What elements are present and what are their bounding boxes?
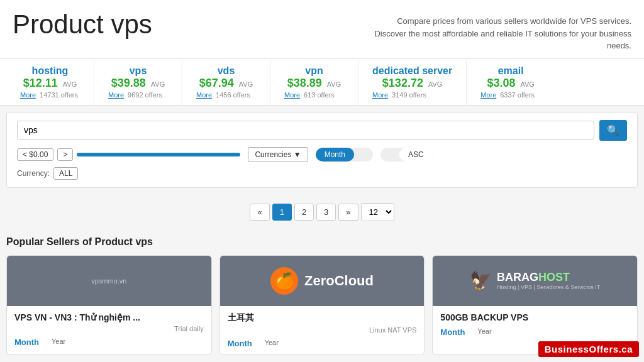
category-more[interactable]: More bbox=[480, 91, 496, 99]
category-item-email[interactable]: email $3.08 AVG More 6337 offers bbox=[467, 59, 555, 105]
price-min-tag: < $0.00 bbox=[17, 148, 53, 161]
next-page-button[interactable]: » bbox=[338, 204, 358, 221]
seller-card-zerocloud[interactable]: 🍊 ZeroCloud 土耳其 Linux NAT VPS Month Year bbox=[219, 255, 425, 355]
category-item-vps[interactable]: vps $39.88 AVG More 9692 offers bbox=[94, 59, 182, 105]
price-max-tag: > bbox=[57, 148, 73, 161]
per-page-dropdown[interactable]: 12 24 48 bbox=[361, 203, 394, 221]
page-3-button[interactable]: 3 bbox=[316, 204, 336, 221]
popular-section-title: Popular Sellers of Product vps bbox=[6, 236, 638, 248]
category-price: $3.08 bbox=[487, 77, 515, 90]
category-name: vps bbox=[108, 65, 168, 77]
watermark: BusinessOffers.ca bbox=[538, 341, 639, 357]
category-name: vpn bbox=[284, 65, 344, 77]
category-offers: 1456 offers bbox=[216, 91, 250, 99]
currency-label: Currency: bbox=[17, 169, 50, 178]
page-1-button[interactable]: 1 bbox=[272, 204, 292, 221]
year-label-zerocloud: Year bbox=[265, 339, 279, 346]
header-description: Compare prices from various sellers worl… bbox=[367, 10, 631, 52]
seller-name-vpsmmo: VPS VN - VN3 : Thử nghiệm ... bbox=[14, 312, 204, 322]
vpsmmo-logo-text: vpsmmo.vn bbox=[91, 277, 126, 285]
period-toggle-group[interactable]: Month bbox=[316, 148, 373, 162]
page-header: Product vps Compare prices from various … bbox=[0, 0, 644, 59]
sellers-grid: vpsmmo.vn VPS VN - VN3 : Thử nghiệm ... … bbox=[6, 255, 638, 355]
zerocloud-name: ZeroCloud bbox=[304, 273, 374, 289]
baraghost-name: BARAGHOST bbox=[497, 271, 570, 283]
seller-logo-zerocloud: 🍊 ZeroCloud bbox=[220, 256, 425, 306]
search-button[interactable]: 🔍 bbox=[599, 120, 627, 141]
baraghost-tagline: Hosting | VPS | Servidores & Servicios I… bbox=[497, 284, 600, 290]
search-input[interactable] bbox=[17, 121, 594, 140]
year-label-vpsmmo: Year bbox=[52, 337, 65, 345]
month-label-zerocloud: Month bbox=[228, 339, 252, 348]
category-offers: 14731 offers bbox=[40, 91, 78, 99]
category-more[interactable]: More bbox=[284, 91, 300, 99]
range-slider[interactable] bbox=[77, 150, 240, 159]
category-price: $67.94 bbox=[199, 77, 234, 90]
year-label-baraghost: Year bbox=[477, 327, 491, 335]
category-item-hosting[interactable]: hosting $12.11 AVG More 14731 offers bbox=[6, 59, 94, 105]
category-offers: 3149 offers bbox=[392, 91, 426, 99]
category-item-vds[interactable]: vds $67.94 AVG More 1456 offers bbox=[182, 59, 270, 105]
category-more[interactable]: More bbox=[372, 91, 388, 99]
pricing-year-zerocloud: Year bbox=[265, 339, 279, 348]
category-avg: AVG bbox=[327, 80, 341, 88]
seller-card-vpsmmo[interactable]: vpsmmo.vn VPS VN - VN3 : Thử nghiệm ... … bbox=[6, 255, 212, 355]
category-more[interactable]: More bbox=[20, 91, 36, 99]
category-price: $132.72 bbox=[382, 77, 423, 90]
category-name: hosting bbox=[20, 65, 80, 77]
pricing-month-zerocloud: Month bbox=[228, 339, 252, 348]
category-name: dedicated server bbox=[372, 65, 452, 77]
category-avg: AVG bbox=[63, 80, 77, 88]
currencies-button[interactable]: Currencies ▼ bbox=[248, 147, 308, 162]
prev-page-button[interactable]: « bbox=[250, 204, 269, 221]
baraghost-logo: 🦅 BARAGHOST Hosting | VPS | Servidores &… bbox=[470, 270, 600, 291]
asc-toggle-group[interactable]: ASC bbox=[380, 148, 433, 162]
zerocloud-logo: 🍊 ZeroCloud bbox=[270, 267, 374, 295]
pricing-year-baraghost: Year bbox=[477, 327, 491, 337]
category-price: $12.11 bbox=[23, 77, 58, 90]
seller-info-baraghost: 500GB BACKUP VPS Month Year bbox=[433, 306, 637, 343]
pricing-month-baraghost: Month bbox=[440, 327, 465, 337]
seller-logo-baraghost: 🦅 BARAGHOST Hosting | VPS | Servidores &… bbox=[433, 256, 637, 306]
seller-pricing-baraghost: Month Year bbox=[440, 327, 630, 337]
page-2-button[interactable]: 2 bbox=[294, 204, 314, 221]
seller-pricing-zerocloud: Month Year bbox=[228, 339, 417, 348]
pricing-month-vpsmmo: Month bbox=[14, 337, 39, 347]
seller-pricing-vpsmmo: Month Year bbox=[14, 337, 204, 347]
seller-logo-vpsmmo: vpsmmo.vn bbox=[7, 256, 211, 306]
search-row: 🔍 bbox=[17, 120, 627, 141]
currency-value: ALL bbox=[53, 167, 78, 180]
category-more[interactable]: More bbox=[196, 91, 212, 99]
seller-subtitle-vpsmmo: Trial daily bbox=[14, 325, 204, 332]
seller-name-baraghost: 500GB BACKUP VPS bbox=[440, 312, 630, 322]
month-label-baraghost: Month bbox=[440, 327, 465, 337]
category-item-vpn[interactable]: vpn $38.89 AVG More 613 offers bbox=[270, 59, 358, 105]
filter-row: < $0.00 > Currencies ▼ Month ASC bbox=[17, 147, 627, 162]
category-offers: 9692 offers bbox=[128, 91, 162, 99]
category-more[interactable]: More bbox=[108, 91, 124, 99]
seller-info-zerocloud: 土耳其 Linux NAT VPS Month Year bbox=[220, 306, 425, 354]
seller-card-baraghost[interactable]: 🦅 BARAGHOST Hosting | VPS | Servidores &… bbox=[432, 255, 638, 355]
category-avg: AVG bbox=[239, 80, 253, 88]
price-range: < $0.00 > bbox=[17, 148, 240, 161]
seller-subtitle-zerocloud: Linux NAT VPS bbox=[228, 326, 417, 334]
category-price: $39.88 bbox=[111, 77, 146, 90]
range-track bbox=[77, 153, 240, 156]
page-title: Product vps bbox=[13, 10, 152, 39]
seller-info-vpsmmo: VPS VN - VN3 : Thử nghiệm ... Trial dail… bbox=[7, 306, 211, 353]
category-item-dedicated-server[interactable]: dedicated server $132.72 AVG More 3149 o… bbox=[358, 59, 467, 105]
category-avg: AVG bbox=[151, 80, 165, 88]
category-price: $38.89 bbox=[287, 77, 322, 90]
month-toggle[interactable]: Month bbox=[316, 148, 354, 162]
category-offers: 613 offers bbox=[304, 91, 335, 99]
category-offers: 6337 offers bbox=[500, 91, 535, 99]
search-area: 🔍 < $0.00 > Currencies ▼ Month ASC Curre… bbox=[6, 112, 638, 188]
seller-name-zerocloud: 土耳其 bbox=[228, 312, 417, 324]
category-avg: AVG bbox=[521, 80, 535, 88]
pricing-year-vpsmmo: Year bbox=[52, 337, 65, 347]
asc-button[interactable]: ASC bbox=[399, 148, 433, 162]
month-label-vpsmmo: Month bbox=[14, 337, 39, 347]
category-name: vds bbox=[196, 65, 256, 77]
pagination: « 1 2 3 » 12 24 48 bbox=[0, 194, 644, 230]
category-avg: AVG bbox=[428, 80, 442, 88]
